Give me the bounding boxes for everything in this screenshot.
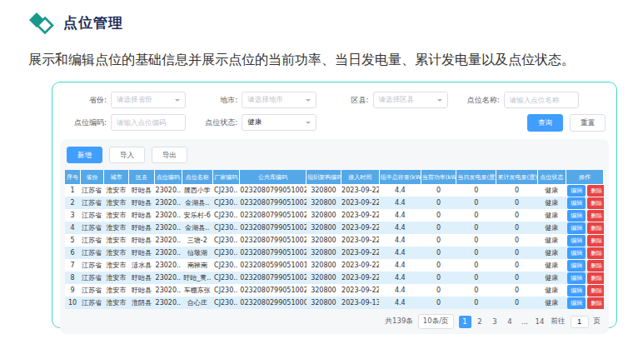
table-cell: 盱眙县: [129, 234, 154, 247]
column-header: 点位编码: [154, 170, 182, 184]
edit-button[interactable]: 编辑: [567, 285, 586, 297]
province-select[interactable]: 请选择省份: [111, 92, 186, 108]
import-button[interactable]: 导入: [109, 147, 145, 164]
delete-button[interactable]: 删除: [587, 210, 603, 222]
table-cell: 7: [65, 259, 80, 272]
province-select-value: 请选择省份: [117, 95, 152, 105]
table-cell: 0: [456, 272, 496, 284]
table-cell: 0: [421, 272, 456, 284]
table-row: 7江苏省淮安市涟水县23020..南禄南CJ230..0232080599051…: [65, 259, 604, 272]
delete-button[interactable]: 删除: [587, 197, 603, 209]
point-code-input[interactable]: [111, 114, 186, 131]
table-cell: 0: [456, 209, 496, 222]
district-select[interactable]: 请选择区县: [373, 92, 448, 108]
edit-button[interactable]: 编辑: [567, 247, 586, 259]
column-header: 点位名称: [182, 170, 213, 184]
chevron-down-icon: [175, 99, 180, 104]
table-cell: 0: [421, 222, 456, 234]
table-cell: 盱眙县: [129, 184, 154, 197]
province-label: 省份:: [62, 95, 107, 106]
table-cell: 2023-09-22: [341, 284, 379, 297]
table-cell: 0: [456, 259, 496, 272]
edit-button[interactable]: 编辑: [567, 210, 586, 222]
actions-cell: 编辑删除: [566, 259, 603, 272]
edit-button[interactable]: 编辑: [567, 222, 586, 234]
table-cell: 0: [456, 184, 496, 197]
point-name-input[interactable]: [504, 92, 579, 108]
actions-cell: 编辑删除: [566, 297, 603, 309]
table-cell: 淮安市: [103, 184, 128, 197]
search-button[interactable]: 查询: [527, 114, 563, 132]
total-count: 共139条: [386, 317, 413, 327]
table-cell: 4.4: [379, 247, 421, 259]
add-button[interactable]: 新增: [67, 147, 102, 164]
delete-button[interactable]: 删除: [587, 260, 603, 272]
delete-button[interactable]: 删除: [587, 185, 603, 197]
city-select-value: 请选择地市: [247, 95, 283, 105]
table-cell: 320800: [307, 209, 341, 222]
table-cell: 4.4: [379, 234, 421, 247]
delete-button[interactable]: 删除: [587, 222, 603, 234]
table-cell: 023208079905100220: [239, 209, 306, 222]
table-cell: 4.4: [379, 222, 421, 234]
filter-point-code: 点位编码:: [62, 114, 191, 132]
page-number[interactable]: 2: [474, 316, 486, 328]
city-select[interactable]: 请选择地市: [242, 92, 316, 108]
table-cell: 5: [65, 234, 80, 247]
edit-button[interactable]: 编辑: [567, 197, 586, 209]
page-description: 展示和编辑点位的基础信息并展示点位的当前功率、当日发电量、累计发电量以及点位状态…: [28, 46, 611, 74]
edit-button[interactable]: 编辑: [567, 235, 586, 247]
table-cell: 健康: [537, 184, 566, 197]
point-code-label: 点位编码:: [62, 117, 107, 128]
table-section: 新增 导入 导出 序号省份城市区县点位编码点位名称厂家编码公共库编码组织架构编码…: [60, 139, 609, 335]
delete-button[interactable]: 删除: [587, 247, 603, 259]
column-header: 组织架构编码: [307, 170, 341, 184]
table-cell: CJ230..: [212, 209, 239, 222]
page-number[interactable]: 14: [534, 316, 546, 328]
export-button[interactable]: 导出: [152, 147, 187, 164]
delete-button[interactable]: 删除: [587, 285, 603, 297]
page-size-select[interactable]: 10条/页: [418, 314, 454, 329]
reset-button[interactable]: 重置: [570, 114, 606, 132]
table-cell: 320800: [307, 184, 341, 197]
page-number[interactable]: 4: [504, 316, 516, 328]
table-cell: 320800: [307, 247, 341, 259]
table-cell: CJ230..: [212, 234, 239, 247]
table-cell: 0: [456, 222, 496, 234]
table-row: 4江苏省淮安市盱眙县23020..金湖县..CJ230..02320807990…: [65, 222, 604, 234]
table-cell: 023208059905100139: [239, 259, 306, 272]
delete-button[interactable]: 删除: [587, 235, 603, 247]
table-cell: 23020..: [154, 197, 182, 209]
delete-button[interactable]: 删除: [587, 272, 603, 284]
edit-button[interactable]: 编辑: [567, 260, 586, 272]
table-cell: 江苏省: [80, 284, 103, 297]
table-cell: 2023-09-22: [341, 247, 379, 259]
delete-button[interactable]: 删除: [587, 297, 603, 309]
point-status-select[interactable]: 健康: [242, 114, 316, 131]
point-name-label: 点位名称:: [455, 95, 500, 106]
table-cell: 23020..: [154, 284, 182, 297]
table-cell: 合心庄: [182, 297, 213, 309]
edit-button[interactable]: 编辑: [567, 272, 586, 284]
chevron-down-icon: [306, 99, 311, 104]
table-cell: 盱眙县: [129, 222, 154, 234]
table-cell: 0: [456, 197, 496, 209]
goto-page-input[interactable]: [571, 316, 589, 328]
chevron-down-icon: [437, 99, 442, 104]
table-cell: 0: [421, 259, 456, 272]
table-cell: 0: [496, 184, 537, 197]
page-number[interactable]: 3: [489, 316, 501, 328]
table-cell: 0: [496, 197, 537, 209]
table-cell: 0: [421, 284, 456, 297]
edit-button[interactable]: 编辑: [567, 297, 586, 309]
actions-cell: 编辑删除: [566, 184, 603, 197]
table-cell: 23020..: [154, 247, 182, 259]
edit-button[interactable]: 编辑: [567, 185, 586, 197]
page-title: 点位管理: [63, 13, 123, 32]
table-cell: 4.4: [379, 197, 421, 209]
table-cell: 0: [421, 184, 456, 197]
column-header: 当日发电量(度): [456, 170, 496, 184]
table-cell: 8: [65, 272, 80, 284]
table-cell: 健康: [537, 259, 566, 272]
page-number[interactable]: 1: [459, 316, 471, 328]
